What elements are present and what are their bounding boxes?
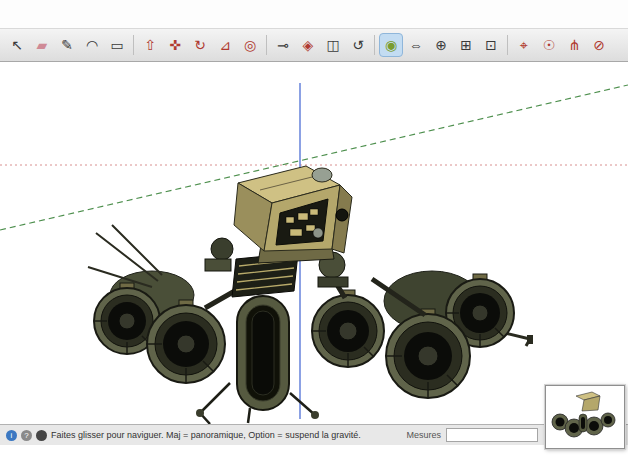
model-cockpit-box xyxy=(234,166,352,253)
toolbar-separator xyxy=(133,35,134,55)
viewport-canvas[interactable] xyxy=(0,63,628,424)
toolbar-separator xyxy=(507,35,508,55)
title-bar xyxy=(0,0,628,29)
paint-bucket-tool-icon[interactable]: ◈ xyxy=(296,33,320,57)
offset-tool-icon[interactable]: ◎ xyxy=(238,33,262,57)
globe-icon[interactable] xyxy=(36,430,47,441)
zoom-tool-icon[interactable]: ⊕ xyxy=(429,33,453,57)
info-icon[interactable]: i xyxy=(6,430,17,441)
measurements-box: Mesures xyxy=(406,428,538,442)
model-capsule xyxy=(237,296,289,410)
scale-tool-icon[interactable]: ⊿ xyxy=(213,33,237,57)
help-icon[interactable]: ? xyxy=(21,430,32,441)
3d-viewport[interactable] xyxy=(0,63,628,424)
move-tool-icon[interactable]: ✜ xyxy=(163,33,187,57)
zoom-window-tool-icon[interactable]: ⊞ xyxy=(454,33,478,57)
zoom-extents-tool-icon[interactable]: ⊡ xyxy=(479,33,503,57)
arc-tool-icon[interactable]: ◠ xyxy=(80,33,104,57)
look-around-tool-icon[interactable]: ☉ xyxy=(537,33,561,57)
position-camera-tool-icon[interactable]: ⌖ xyxy=(512,33,536,57)
toolbar-separator xyxy=(374,35,375,55)
rotate-tool-icon[interactable]: ↻ xyxy=(188,33,212,57)
hide-rest-tool-icon[interactable]: ⊘ xyxy=(587,33,611,57)
shapes-tool-icon[interactable]: ▭ xyxy=(105,33,129,57)
thumbnail-canvas xyxy=(546,386,622,446)
status-bar: i ? Faites glisser pour naviguer. Maj = … xyxy=(0,424,628,445)
toolbar: ↖ ▰ ✎ ◠ ▭ ⇧ ✜ ↻ ⊿ ◎ ⊸ ◈ ◫ ↺ ◉ ⇔ ⊕ ⊞ ⊡ ⌖ … xyxy=(0,29,628,62)
engine-right-upper xyxy=(312,290,384,367)
walk-tool-icon[interactable]: ⋔ xyxy=(562,33,586,57)
measurements-label: Mesures xyxy=(406,430,441,440)
orbit-tool-icon[interactable]: ◉ xyxy=(379,33,403,57)
window-bottom-margin xyxy=(0,445,628,472)
section-plane-tool-icon[interactable]: ◫ xyxy=(321,33,345,57)
measurements-input[interactable] xyxy=(446,428,538,442)
app-window: ↖ ▰ ✎ ◠ ▭ ⇧ ✜ ↻ ⊿ ◎ ⊸ ◈ ◫ ↺ ◉ ⇔ ⊕ ⊞ ⊡ ⌖ … xyxy=(0,0,628,472)
eraser-tool-icon[interactable]: ▰ xyxy=(30,33,54,57)
previous-view-tool-icon[interactable]: ↺ xyxy=(346,33,370,57)
status-hint-text: Faites glisser pour naviguer. Maj = pano… xyxy=(51,430,361,440)
tape-measure-tool-icon[interactable]: ⊸ xyxy=(271,33,295,57)
preview-thumbnail[interactable] xyxy=(545,385,625,449)
push-pull-tool-icon[interactable]: ⇧ xyxy=(138,33,162,57)
model-spacecraft[interactable] xyxy=(88,166,533,424)
select-tool-icon[interactable]: ↖ xyxy=(5,33,29,57)
pan-tool-icon[interactable]: ⇔ xyxy=(404,33,428,57)
toolbar-separator xyxy=(266,35,267,55)
line-tool-icon[interactable]: ✎ xyxy=(55,33,79,57)
